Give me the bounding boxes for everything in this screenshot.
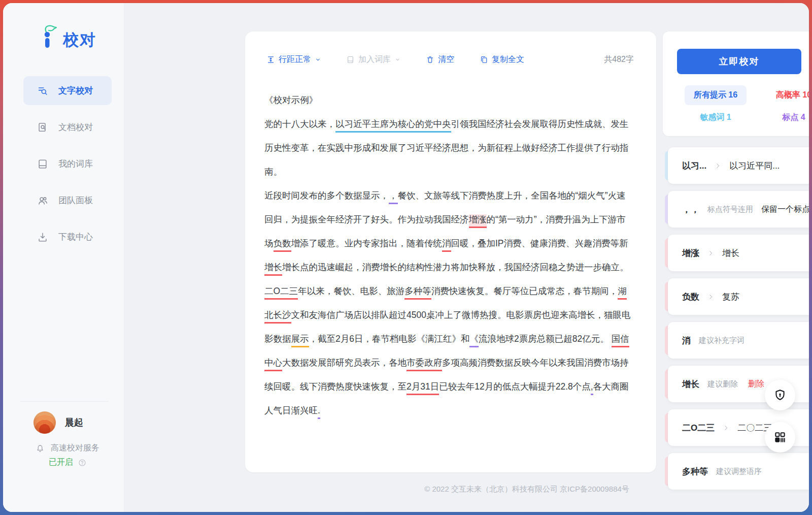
suggestion-card[interactable]: ，，标点符号连用保留一个标点	[668, 191, 809, 228]
issue-mark-red[interactable]: 消	[442, 238, 451, 252]
user-profile[interactable]: 晨起	[33, 411, 83, 434]
suggestion-note: 建议补充字词	[699, 336, 745, 345]
filter-标点[interactable]: 标点 4	[782, 112, 805, 123]
copy-all-label: 复制全文	[492, 54, 524, 65]
proofread-panel: 立即校对 行业词库 撤销 所有提示 16高概率 10低概率 1敏感词 1标点 4	[663, 31, 809, 136]
suggestion-original: 多种等	[682, 466, 708, 477]
filter-所有提示[interactable]: 所有提示 16	[685, 85, 747, 105]
suggestion-card[interactable]: 以习...以习近平同...	[668, 147, 809, 184]
sidebar-nav: 文字校对文档校对我的词库团队面板下载中心	[23, 76, 112, 259]
suggestion-card[interactable]: 增涨增长	[668, 235, 809, 271]
issue-mark-orange[interactable]: 展示	[291, 334, 309, 347]
sidebar-item-label: 文档校对	[58, 121, 93, 133]
suggestion-delete-action[interactable]: 删除	[748, 379, 764, 390]
service-info: 高速校对服务	[36, 443, 99, 454]
issue-mark-red[interactable]: 市委政府	[407, 358, 442, 371]
paragraph: 《校对示例》	[264, 88, 634, 112]
clear-button[interactable]: 清空	[426, 54, 454, 65]
suggestion-card[interactable]: 消建议补充字词	[668, 322, 809, 359]
line-spacing-label: 行距正常	[279, 54, 311, 65]
text-run: ，截至2月6日，春节档电影《满江红》和	[309, 334, 470, 344]
qrcode-icon	[773, 431, 787, 444]
line-spacing-dropdown[interactable]: 行距正常	[266, 54, 321, 65]
document-editor[interactable]: 《校对示例》党的十八大以来，以习近平主席为核心的党中央引领我国经济社会发展取得历…	[264, 88, 634, 462]
suggestion-action[interactable]: 保留一个标点	[761, 204, 809, 215]
suggestion-note: 建议调整语序	[716, 467, 762, 476]
suggestion-card-body: ，，标点符号连用保留一个标点	[668, 191, 809, 228]
shield-icon	[773, 389, 787, 402]
service-status-row: 已开启	[49, 457, 86, 468]
sidebar-item-label: 文字校对	[58, 85, 93, 96]
suggestion-note: 建议删除	[707, 379, 738, 389]
add-to-dictionary-label: 加入词库	[358, 54, 391, 65]
text-run: 增长点的迅速崛起，消费增长的结构性潜力将加快释放，我国经济回稳之势进一步确立。	[282, 262, 629, 272]
text-run: 《校对示例》	[264, 95, 318, 105]
trash-icon	[426, 55, 434, 64]
doc-proof-icon	[37, 122, 48, 133]
footer-copyright: © 2022 交互未来（北京）科技有限公司 京ICP备20009884号	[245, 485, 809, 494]
suggestion-note: 标点符号连用	[707, 205, 753, 214]
issue-mark-red[interactable]: 二O二三	[264, 286, 298, 300]
proofread-now-button[interactable]: 立即校对	[677, 49, 801, 74]
issue-mark-red[interactable]: 增长	[264, 262, 282, 276]
text-run: 党的十八大以来，	[264, 119, 335, 129]
suggestion-card-body: 消建议补充字词	[668, 322, 809, 359]
suggestion-original: ，，	[682, 204, 699, 215]
filter-敏感词[interactable]: 敏感词 1	[700, 112, 731, 123]
service-label: 高速校对服务	[51, 443, 99, 454]
suggestion-original: 增长	[682, 378, 699, 390]
suggestion-replacement[interactable]: 以习近平同...	[729, 160, 780, 172]
status-badge: 已开启	[49, 457, 73, 468]
paragraph: 二O二三年以来，餐饮、电影、旅游多种等消费快速恢复。餐厅等位已成常态，春节期间，…	[264, 279, 634, 423]
question-icon[interactable]	[78, 459, 86, 467]
text-run: 消费快速恢复。餐厅等位已成常态，春节期间，	[431, 286, 618, 296]
filter-bar: 所有提示 16高概率 10低概率 1敏感词 1标点 4	[673, 85, 809, 123]
chevron-down-icon	[315, 57, 321, 62]
sidebar-item-label: 团队面板	[58, 195, 93, 206]
suggestion-card-body: 增涨增长	[668, 235, 809, 271]
security-fab-button[interactable]	[765, 380, 795, 410]
app-window: 校对 文字校对文档校对我的词库团队面板下载中心 晨起 高速校对服务 已开启	[3, 3, 809, 512]
paragraph: 党的十八大以来，以习近平主席为核心的党中央引领我国经济社会发展取得历史性成就、发…	[264, 112, 634, 184]
app-logo[interactable]: 校对	[40, 24, 96, 49]
add-to-dictionary-button[interactable]: 加入词库	[346, 54, 400, 65]
chevron-right-icon	[707, 250, 714, 256]
sidebar-divider	[20, 401, 109, 402]
sidebar-item-下载中心[interactable]: 下载中心	[23, 222, 112, 251]
issue-mark-redhl[interactable]: 增涨	[469, 214, 487, 228]
issue-mark-red[interactable]: 多种等	[404, 286, 431, 300]
suggestion-replacement[interactable]: 增长	[722, 247, 739, 259]
text-run: 已较去年12月的低点大幅提升22.8个点	[439, 381, 591, 392]
suggestion-card-body: 以习...以习近平同...	[668, 147, 809, 184]
issue-mark-red[interactable]: 负数	[274, 238, 291, 252]
suggestion-original: 以习...	[682, 160, 706, 172]
issue-mark-purple[interactable]: .	[318, 405, 320, 419]
avatar	[33, 411, 56, 434]
qrcode-fab-button[interactable]	[765, 422, 795, 453]
sidebar-item-label: 我的词库	[58, 158, 93, 170]
sidebar-item-文字校对[interactable]: 文字校对	[23, 76, 112, 105]
sidebar-item-团队面板[interactable]: 团队面板	[23, 186, 112, 215]
editor-toolbar: 行距正常 加入词库 清空	[266, 52, 634, 67]
add-book-icon	[346, 55, 355, 64]
suggestion-card[interactable]: 负数复苏	[668, 278, 809, 315]
user-name: 晨起	[65, 416, 83, 429]
issue-mark-purple[interactable]: 《	[469, 334, 479, 347]
text-run: 增添了暖意。业内专家指出，随着传统	[291, 238, 443, 248]
download-icon	[37, 232, 48, 243]
suggestion-original: 增涨	[682, 247, 699, 259]
suggestion-replacement[interactable]: 复苏	[722, 291, 739, 303]
filter-高概率[interactable]: 高概率 10	[776, 90, 809, 101]
issue-mark-cyan[interactable]: 以习近平主席为核心的党中央	[335, 119, 451, 133]
word-count: 共482字	[604, 54, 634, 65]
sidebar-item-我的词库[interactable]: 我的词库	[23, 149, 112, 178]
logo-text: 校对	[63, 32, 96, 49]
line-spacing-icon	[266, 55, 275, 64]
content-area: 行距正常 加入词库 清空	[124, 3, 809, 512]
dictionary-icon	[37, 158, 48, 170]
copy-all-button[interactable]: 复制全文	[480, 54, 524, 65]
sidebar-item-文档校对[interactable]: 文档校对	[23, 113, 112, 142]
chevron-down-icon	[395, 57, 400, 62]
issue-mark-red[interactable]: 2月31日	[407, 381, 439, 395]
issue-mark-purple[interactable]: ，	[389, 190, 398, 204]
